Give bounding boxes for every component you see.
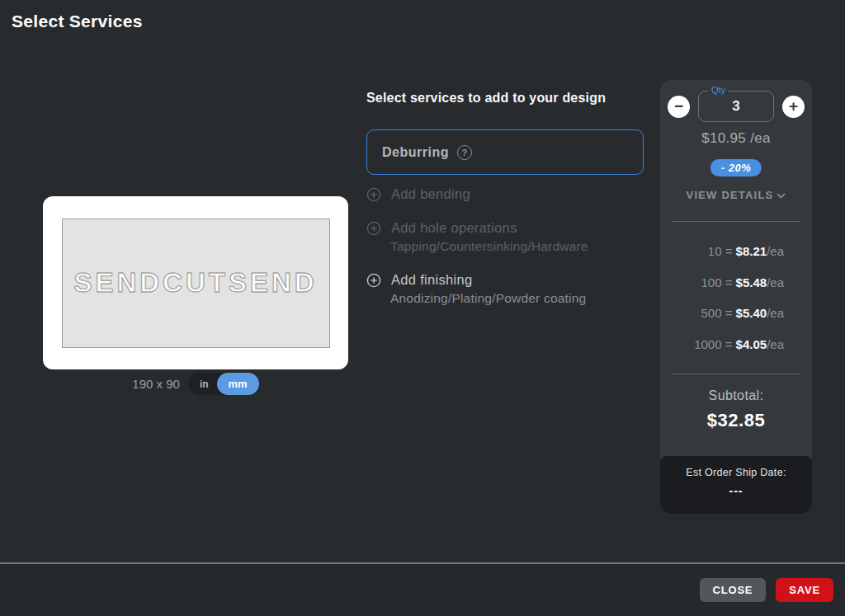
option-add-hole-operations[interactable]: Add hole operations Tapping/Countersinki… xyxy=(366,220,647,254)
page-title: Select Services xyxy=(12,12,143,31)
price-break-row: 10 = $8.21/ea xyxy=(694,236,784,267)
close-button[interactable]: CLOSE xyxy=(700,578,767,602)
discount-badge: - 20% xyxy=(710,159,762,176)
part-preview-card: SENDCUTSEND xyxy=(43,196,348,369)
price-break-list: 10 = $8.21/ea 100 = $5.48/ea 500 = $5.40… xyxy=(694,236,784,360)
price-break-row: 500 = $5.40/ea xyxy=(694,298,784,329)
ship-date-value: --- xyxy=(660,484,812,497)
plus-circle-icon xyxy=(366,221,381,236)
part-dimensions: 190 x 90 xyxy=(132,377,180,391)
subtotal-label: Subtotal: xyxy=(660,388,812,403)
option-label: Add hole operations xyxy=(391,220,517,236)
option-sublabel: Anodizing/Plating/Powder coating xyxy=(390,291,647,306)
footer-bar: CLOSE SAVE xyxy=(0,564,845,616)
subtotal-value: $32.85 xyxy=(660,410,812,431)
option-sublabel: Tapping/Countersinking/Hardware xyxy=(390,239,647,254)
part-outline: SENDCUTSEND xyxy=(62,219,330,348)
services-heading: Select services to add to your design xyxy=(366,91,606,106)
quantity-stepper: − Qty + xyxy=(660,91,812,122)
save-button[interactable]: SAVE xyxy=(776,578,833,602)
ship-date-block: Est Order Ship Date: --- xyxy=(660,456,812,514)
qty-increase-button[interactable]: + xyxy=(782,96,805,118)
plus-circle-icon xyxy=(366,187,381,202)
option-label: Add finishing xyxy=(391,272,472,288)
plus-circle-icon xyxy=(366,273,381,288)
service-options-list: Add bending Add hole operations Tapping/… xyxy=(366,186,647,319)
selected-service-deburring[interactable]: Deburring ? xyxy=(366,129,644,175)
price-break-row: 1000 = $4.05/ea xyxy=(694,329,784,360)
price-break-row: 100 = $5.48/ea xyxy=(694,267,784,299)
qty-field-label: Qty xyxy=(708,85,729,95)
qty-input[interactable] xyxy=(699,92,773,121)
view-details-label: VIEW DETAILS xyxy=(687,189,774,201)
unit-toggle-mm-selected[interactable]: mm xyxy=(217,373,259,395)
ship-date-label: Est Order Ship Date: xyxy=(660,467,812,478)
option-add-finishing[interactable]: Add finishing Anodizing/Plating/Powder c… xyxy=(366,272,647,306)
unit-toggle[interactable]: in mm xyxy=(188,373,259,395)
panel-divider xyxy=(673,221,800,222)
view-details-toggle[interactable]: VIEW DETAILS xyxy=(660,189,812,201)
help-icon[interactable]: ? xyxy=(457,145,472,160)
unit-price: $10.95 /ea xyxy=(660,130,812,147)
panel-divider xyxy=(673,374,800,374)
qty-input-wrapper: Qty xyxy=(698,91,774,122)
option-add-bending[interactable]: Add bending xyxy=(366,186,647,202)
qty-decrease-button[interactable]: − xyxy=(668,96,690,118)
select-services-modal: Select Services SENDCUTSEND 190 x 90 in … xyxy=(0,0,845,616)
dimensions-row: 190 x 90 in mm xyxy=(43,373,348,395)
selected-service-label: Deburring xyxy=(382,145,449,160)
pricing-panel: − Qty + $10.95 /ea - 20% VIEW DETAILS 10… xyxy=(660,80,812,514)
unit-toggle-in[interactable]: in xyxy=(188,379,217,390)
option-label: Add bending xyxy=(391,186,470,202)
part-engraving-text: SENDCUTSEND xyxy=(73,267,317,299)
chevron-down-icon xyxy=(777,193,786,199)
